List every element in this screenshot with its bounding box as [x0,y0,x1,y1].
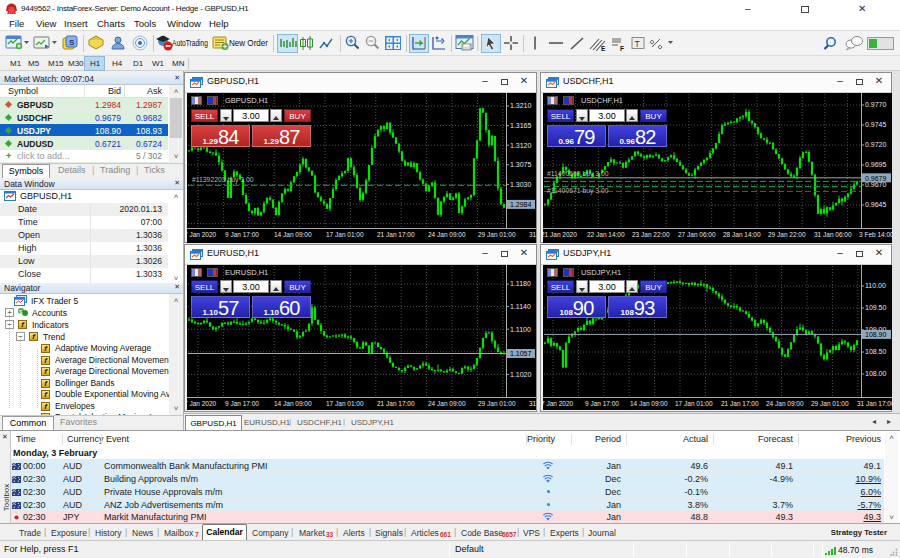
svg-text:1.1180: 1.1180 [510,280,531,287]
svg-text:14 Jan 09:00: 14 Jan 09:00 [274,400,312,407]
svg-text:0.9679: 0.9679 [865,175,887,182]
svg-text:#11400671 buy 3.00: #11400671 buy 3.00 [547,187,609,195]
svg-text:0.9720: 0.9720 [865,141,887,148]
svg-text:T: T [635,39,640,49]
svg-text:108.90: 108.90 [865,331,887,338]
svg-text:31 Jan 17:00: 31 Jan 17:00 [529,400,536,407]
svg-text:21 Jan 17:00: 21 Jan 17:00 [377,400,415,407]
svg-text:108.50: 108.50 [865,348,887,355]
svg-text:1.3165: 1.3165 [510,122,532,129]
svg-text:109.50: 109.50 [865,304,887,311]
svg-text:17 Jan 01:00: 17 Jan 01:00 [326,231,364,238]
svg-text:1.2984: 1.2984 [510,201,532,208]
svg-text:21 Jan 2020: 21 Jan 2020 [543,231,577,238]
svg-text:F: F [620,45,624,52]
svg-text:24 Jan 09:00: 24 Jan 09:00 [428,400,466,407]
svg-text:1.1020: 1.1020 [510,371,532,378]
svg-text:17 Jan 01:00: 17 Jan 01:00 [326,400,364,407]
svg-text:108.00: 108.00 [865,370,887,377]
svg-text:1.3120: 1.3120 [510,142,532,149]
svg-text:1.3030: 1.3030 [510,181,532,188]
svg-text:14 Jan 09:00: 14 Jan 09:00 [630,400,668,407]
svg-text:29 Jan 01:00: 29 Jan 01:00 [811,400,849,407]
svg-text:1.1140: 1.1140 [510,303,531,310]
svg-text:31 Jan 17:00: 31 Jan 17:00 [857,400,892,407]
svg-text:7 Jan 2020: 7 Jan 2020 [543,400,574,407]
svg-text:9 Jan 17:00: 9 Jan 17:00 [225,231,259,238]
svg-text:0.9745: 0.9745 [865,121,887,128]
svg-text:0.9670: 0.9670 [865,181,887,188]
svg-text:24 Jan 09:00: 24 Jan 09:00 [766,400,804,407]
svg-text:29 Jan 01:00: 29 Jan 01:00 [478,231,516,238]
svg-text:23 Jan 22:00: 23 Jan 22:00 [632,231,670,238]
svg-text:9 Jan 17:00: 9 Jan 17:00 [585,400,619,407]
svg-text:21 Jan 17:00: 21 Jan 17:00 [721,400,759,407]
svg-text:1.3210: 1.3210 [510,102,532,109]
svg-text:0.9645: 0.9645 [865,201,887,208]
svg-text:7 Jan 2020: 7 Jan 2020 [187,400,217,407]
svg-text:31 Jan 17:00: 31 Jan 17:00 [529,231,536,238]
svg-text:17 Jan 01:00: 17 Jan 01:00 [675,400,713,407]
svg-text:#11392203 buy 3.00: #11392203 buy 3.00 [192,176,254,184]
svg-text:110.00: 110.00 [865,282,886,289]
svg-text:3 Feb 14:00: 3 Feb 14:00 [859,231,892,238]
svg-text:S: S [69,38,75,47]
svg-text:29 Jan 01:00: 29 Jan 01:00 [478,400,516,407]
svg-text:24 Jan 09:00: 24 Jan 09:00 [428,231,466,238]
svg-text:21 Jan 17:00: 21 Jan 17:00 [377,231,415,238]
svg-text:#11400669 buy 3.00: #11400669 buy 3.00 [547,170,609,178]
svg-text:1.1100: 1.1100 [510,326,531,333]
svg-text:28 Jan 14:00: 28 Jan 14:00 [723,231,761,238]
svg-text:7 Jan 2020: 7 Jan 2020 [187,231,217,238]
svg-text:31 Jan 06:00: 31 Jan 06:00 [814,231,852,238]
svg-text:E: E [601,45,606,52]
svg-text:1.1057: 1.1057 [510,350,532,357]
svg-text:22 Jan 14:00: 22 Jan 14:00 [587,231,625,238]
svg-text:29 Jan 22:00: 29 Jan 22:00 [768,231,806,238]
svg-text:0.9770: 0.9770 [865,101,887,108]
svg-text:AutoTrading: AutoTrading [172,39,208,48]
svg-text:0.9695: 0.9695 [865,161,887,168]
svg-text:New Order: New Order [229,39,268,48]
svg-text:27 Jan 06:00: 27 Jan 06:00 [678,231,716,238]
svg-text:9 Jan 17:00: 9 Jan 17:00 [225,400,259,407]
svg-text:14 Jan 09:00: 14 Jan 09:00 [274,231,312,238]
svg-text:1.3075: 1.3075 [510,161,532,168]
